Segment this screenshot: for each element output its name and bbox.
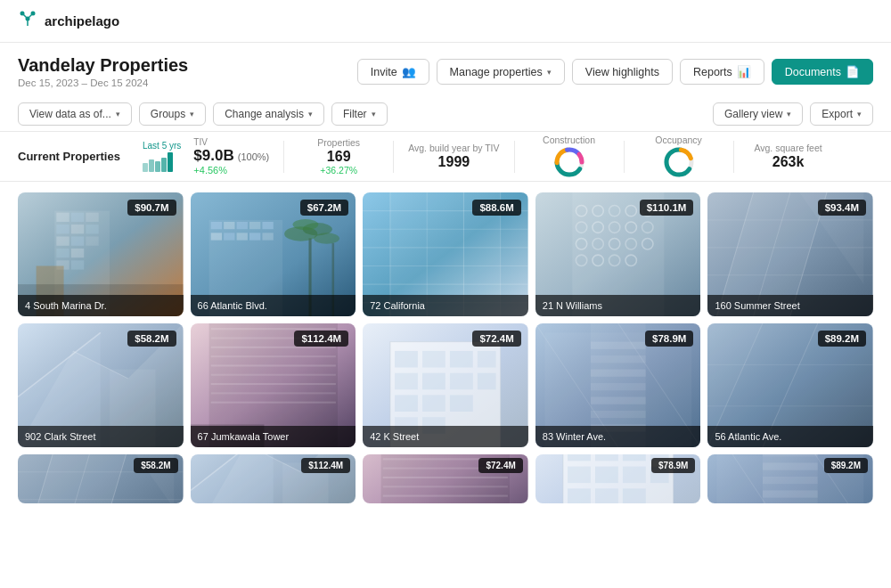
gallery-view-label: Gallery view [724, 108, 782, 120]
stat-occupancy: Occupancy [639, 135, 719, 178]
svg-rect-169 [383, 477, 508, 478]
svg-rect-132 [591, 355, 646, 363]
view-highlights-button[interactable]: View highlights [572, 59, 673, 85]
property-card[interactable]: $72.4M 42 K Street [363, 323, 528, 447]
property-price: $58.2M [127, 331, 176, 347]
svg-rect-115 [478, 351, 496, 368]
svg-rect-119 [478, 373, 496, 390]
gallery-view-dropdown[interactable]: Gallery view ▾ [713, 102, 803, 126]
svg-rect-117 [422, 373, 446, 390]
property-card-partial[interactable]: $78.9M [535, 454, 701, 503]
property-card[interactable]: $112.4M 67 Jumkawala Tower [191, 323, 356, 447]
avg-sqft-value: 263k [772, 154, 805, 170]
avg-build-label: Avg. build year by TIV [408, 143, 499, 153]
export-label: Export [822, 108, 853, 120]
property-price-partial: $78.9M [651, 458, 695, 473]
svg-rect-178 [623, 454, 646, 461]
documents-button[interactable]: Documents 📄 [772, 59, 873, 85]
svg-rect-121 [422, 396, 446, 412]
property-card[interactable]: $88.6M 72 California [363, 192, 528, 316]
invite-button[interactable]: Invite 👥 [357, 59, 429, 85]
property-name: 4 South Marina Dr. [18, 295, 184, 316]
page-header: Vandelay Properties Dec 15, 2023 – Dec 1… [0, 43, 891, 97]
property-card-partial[interactable]: $89.2M [707, 454, 873, 503]
svg-rect-104 [210, 374, 335, 376]
toolbar-left: View data as of... ▾ Groups ▾ Change ana… [18, 102, 388, 126]
svg-rect-18 [86, 213, 98, 222]
svg-rect-106 [210, 393, 335, 395]
svg-rect-107 [210, 402, 335, 404]
svg-rect-21 [86, 225, 98, 233]
svg-rect-105 [210, 383, 335, 385]
construction-label: Construction [543, 135, 595, 145]
property-card[interactable]: $90.7M 4 South Marina Dr. [18, 192, 184, 316]
filter-label: Filter [343, 108, 367, 120]
view-data-dropdown[interactable]: View data as of... ▾ [18, 102, 132, 126]
filter-dropdown[interactable]: Filter ▾ [331, 102, 388, 126]
construction-chart [553, 146, 585, 178]
property-name: 83 Winter Ave. [535, 426, 701, 447]
occupancy-chart [663, 146, 695, 178]
svg-rect-170 [383, 486, 508, 488]
tiv-label: TIV [193, 137, 269, 147]
svg-rect-176 [568, 454, 591, 461]
gallery-view-chevron-icon: ▾ [787, 110, 791, 118]
page-subtitle: Dec 15, 2023 – Dec 15 2024 [18, 78, 188, 88]
reports-button[interactable]: Reports 📊 [680, 59, 764, 85]
property-card-partial[interactable]: $112.4M [191, 454, 356, 503]
export-dropdown[interactable]: Export ▾ [810, 102, 873, 126]
svg-rect-20 [71, 225, 84, 233]
property-card[interactable]: $110.1M 21 N Williams [535, 192, 701, 316]
property-card-partial[interactable]: $72.4M [363, 454, 528, 503]
property-card[interactable]: $58.2M 902 Clark Street [18, 323, 184, 447]
property-card[interactable]: $67.2M 66 Atlantic Blvd. [191, 192, 356, 316]
svg-rect-33 [210, 222, 221, 229]
property-card[interactable]: $89.2M 56 Atlantic Ave. [707, 323, 873, 447]
property-price: $90.7M [127, 200, 176, 216]
property-price-partial: $72.4M [478, 458, 522, 473]
property-price-partial: $112.4M [301, 458, 350, 473]
gallery-partial-row: $58.2M $112.4M $72.4M $78.9M $89.2M [18, 454, 873, 503]
groups-label: Groups [151, 108, 185, 120]
property-card[interactable]: $78.9M 83 Winter Ave. [535, 323, 701, 447]
stat-tiv: Last 5 yrs TIV $9.0B (100%) +4.56% [143, 137, 269, 176]
svg-rect-182 [623, 467, 646, 484]
property-price-partial: $89.2M [824, 458, 868, 473]
svg-rect-22 [56, 236, 69, 245]
divider-4 [624, 141, 625, 173]
highlights-label: View highlights [585, 66, 659, 78]
svg-rect-37 [262, 222, 273, 229]
occupancy-label: Occupancy [655, 135, 702, 145]
svg-rect-35 [236, 222, 247, 229]
logo[interactable]: archipelago [18, 9, 119, 33]
svg-rect-113 [422, 351, 446, 368]
change-analysis-label: Change analysis [225, 108, 304, 120]
groups-dropdown[interactable]: Groups ▾ [139, 102, 206, 126]
svg-rect-16 [56, 213, 69, 222]
svg-rect-114 [450, 351, 473, 368]
svg-rect-28 [71, 260, 84, 269]
svg-line-4 [28, 13, 33, 19]
property-card-partial[interactable]: $58.2M [18, 454, 184, 503]
documents-label: Documents [785, 66, 841, 78]
stat-avg-sqft: Avg. square feet 263k [748, 143, 829, 170]
property-price: $112.4M [294, 331, 348, 347]
svg-rect-24 [86, 236, 98, 245]
svg-rect-120 [395, 396, 418, 412]
toolbar: View data as of... ▾ Groups ▾ Change ana… [0, 97, 891, 132]
svg-rect-116 [395, 373, 418, 390]
reports-label: Reports [693, 66, 732, 78]
svg-point-46 [292, 219, 318, 230]
svg-rect-133 [591, 370, 646, 377]
property-price: $67.2M [300, 200, 348, 216]
stat-construction: Construction [529, 135, 609, 178]
svg-rect-101 [210, 347, 335, 348]
property-card[interactable]: $93.4M 160 Summer Street [707, 192, 873, 316]
reports-icon: 📊 [737, 65, 751, 78]
logo-icon [18, 9, 37, 33]
svg-rect-23 [71, 236, 84, 245]
avg-build-value: 1999 [438, 154, 470, 170]
change-analysis-dropdown[interactable]: Change analysis ▾ [213, 102, 324, 126]
svg-rect-131 [591, 342, 646, 349]
manage-properties-button[interactable]: Manage properties ▾ [437, 59, 565, 85]
